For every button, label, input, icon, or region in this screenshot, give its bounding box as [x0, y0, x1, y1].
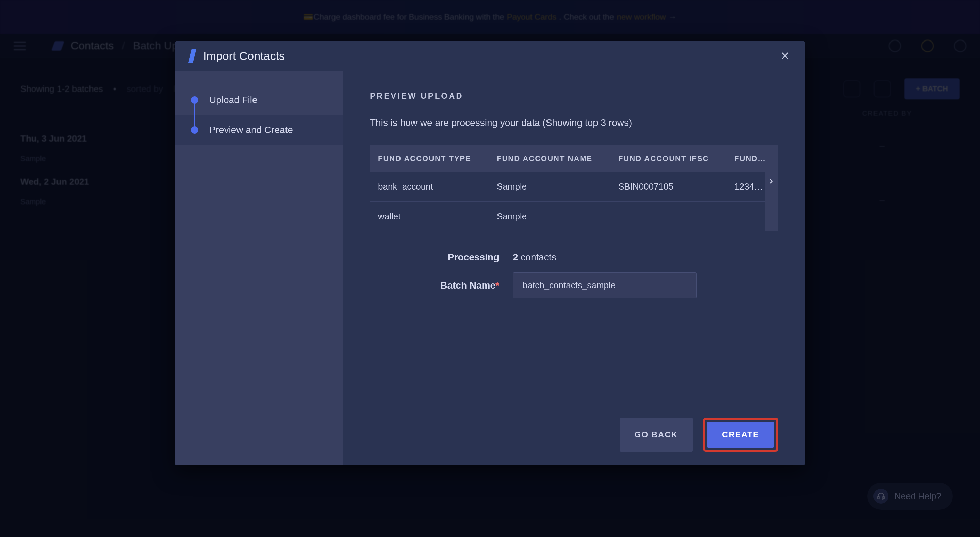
- preview-table-wrapper: FUND ACCOUNT TYPE FUND ACCOUNT NAME FUND…: [370, 145, 778, 231]
- cell: Sample: [488, 172, 610, 202]
- modal-main-panel: PREVIEW UPLOAD This is how we are proces…: [343, 71, 805, 465]
- chevron-right-icon: [768, 176, 775, 187]
- close-button[interactable]: [778, 49, 792, 63]
- modal-footer: GO BACK CREATE: [370, 298, 778, 452]
- brand-slash-icon: [188, 49, 196, 63]
- processing-suffix: contacts: [520, 252, 556, 262]
- step-label: Upload File: [209, 95, 258, 105]
- modal-header: Import Contacts: [175, 41, 805, 71]
- col-fund-account-type: FUND ACCOUNT TYPE: [370, 145, 488, 172]
- table-row: bank_account Sample SBIN0007105 1234…: [370, 172, 778, 202]
- cell: [610, 202, 726, 232]
- step-upload-file[interactable]: Upload File: [175, 85, 343, 115]
- cell: bank_account: [370, 172, 488, 202]
- required-mark: *: [495, 280, 499, 291]
- cell: wallet: [370, 202, 488, 232]
- col-fund-account-name: FUND ACCOUNT NAME: [488, 145, 610, 172]
- processing-row: Processing 2 contacts: [370, 252, 778, 263]
- batch-name-input[interactable]: [513, 272, 697, 298]
- cell: SBIN0007105: [610, 172, 726, 202]
- create-button-highlight: CREATE: [703, 417, 778, 452]
- modal-title: Import Contacts: [203, 49, 285, 63]
- create-button[interactable]: CREATE: [707, 422, 774, 448]
- modal-stepper: Upload File Preview and Create: [175, 71, 343, 465]
- modal-overlay: Import Contacts Upload File Preview and …: [0, 0, 980, 537]
- table-row: wallet Sample: [370, 202, 778, 232]
- batch-name-label: Batch Name*: [424, 280, 499, 291]
- preview-upload-heading: PREVIEW UPLOAD: [370, 91, 778, 109]
- table-scroll-right[interactable]: [765, 145, 778, 231]
- step-preview-create[interactable]: Preview and Create: [175, 115, 343, 145]
- close-icon: [780, 51, 790, 61]
- step-dot-icon: [191, 96, 198, 104]
- table-header-row: FUND ACCOUNT TYPE FUND ACCOUNT NAME FUND…: [370, 145, 778, 172]
- col-fund-account-ifsc: FUND ACCOUNT IFSC: [610, 145, 726, 172]
- preview-table: FUND ACCOUNT TYPE FUND ACCOUNT NAME FUND…: [370, 145, 778, 231]
- processing-label: Processing: [424, 252, 499, 263]
- step-label: Preview and Create: [209, 124, 293, 135]
- go-back-button[interactable]: GO BACK: [620, 417, 693, 452]
- batch-name-row: Batch Name*: [370, 272, 778, 298]
- processing-value: 2 contacts: [513, 252, 556, 263]
- step-dot-icon: [191, 126, 198, 134]
- cell: Sample: [488, 202, 610, 232]
- preview-description: This is how we are processing your data …: [370, 117, 778, 128]
- import-contacts-modal: Import Contacts Upload File Preview and …: [175, 41, 805, 465]
- processing-count: 2: [513, 252, 518, 262]
- svg-marker-2: [188, 49, 196, 63]
